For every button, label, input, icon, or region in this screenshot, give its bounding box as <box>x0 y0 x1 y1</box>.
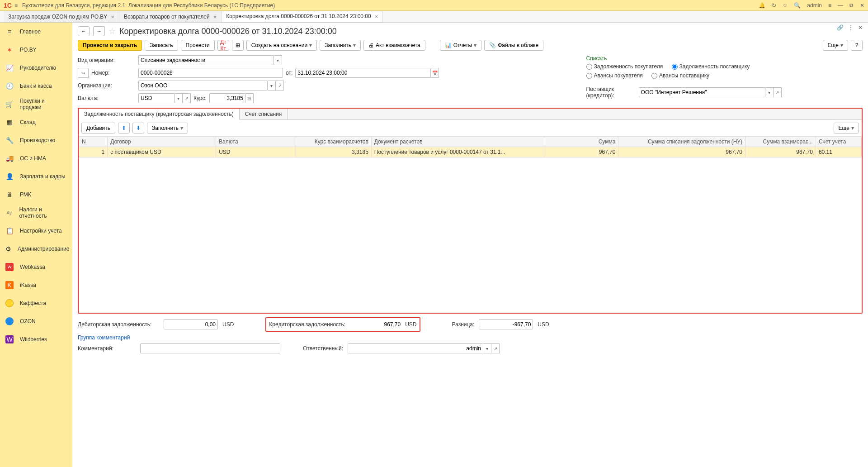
act-button[interactable]: 🖨Акт взаимозачета <box>363 40 425 51</box>
history-icon[interactable]: ↻ <box>772 2 776 9</box>
tab-writeoff-account[interactable]: Счет списания <box>240 109 288 119</box>
dropdown-icon[interactable]: ▾ <box>483 343 491 353</box>
sidebar-item-warehouse[interactable]: ▦Склад <box>0 113 72 131</box>
goto-icon[interactable]: ↪ <box>78 68 89 78</box>
group-comment-link[interactable]: Группа комментарий <box>78 334 130 341</box>
col-n[interactable]: N <box>79 137 108 147</box>
sidebar-item-manager[interactable]: 📈Руководителю <box>0 59 72 77</box>
move-up-button[interactable]: ⬆ <box>118 123 130 133</box>
open-icon[interactable]: ↗ <box>276 81 284 91</box>
radio-advance-buyer[interactable]: Авансы покупателя <box>586 72 643 79</box>
radio-advance-supplier[interactable]: Авансы поставщику <box>651 72 709 79</box>
sidebar-item-bank[interactable]: 🕘Банк и касса <box>0 77 72 95</box>
operation-select[interactable] <box>138 55 274 65</box>
sidebar-item-taxes[interactable]: AyНалоги и отчетность <box>0 204 72 222</box>
sidebar-item-admin[interactable]: ⚙Администрирование <box>0 240 72 258</box>
radio-debt-buyer[interactable]: Задолженность покупателя <box>586 63 663 70</box>
diff-value[interactable] <box>479 319 533 329</box>
rate-input[interactable] <box>209 93 245 103</box>
col-sum[interactable]: Сумма <box>544 137 618 147</box>
link-icon[interactable]: 🔗 <box>837 24 844 31</box>
fill-button[interactable]: Заполнить <box>320 40 361 51</box>
grid-more-button[interactable]: Еще <box>834 123 859 133</box>
post-and-close-button[interactable]: Провести и закрыть <box>78 40 142 51</box>
credit-value[interactable] <box>348 319 402 329</box>
sidebar-item-main[interactable]: ≡Главное <box>0 23 72 41</box>
help-button[interactable]: ? <box>851 40 863 51</box>
dropdown-icon[interactable]: ▾ <box>175 93 183 103</box>
cloud-files-button[interactable]: 📎Файлы в облаке <box>484 40 543 51</box>
move-down-button[interactable]: ⬇ <box>132 123 144 133</box>
sidebar-item-kaffesta[interactable]: Каффеста <box>0 294 72 312</box>
org-select[interactable] <box>138 81 268 91</box>
sidebar-item-hr[interactable]: 👤Зарплата и кадры <box>0 167 72 186</box>
col-sum-vz[interactable]: Сумма взаиморас... <box>745 137 816 147</box>
back-button[interactable]: ← <box>78 26 90 36</box>
tab-ozon-load[interactable]: Загрузка продаж OZON по дням PO.BY × <box>4 11 119 22</box>
hamburger-icon[interactable]: ≡ <box>14 2 18 9</box>
sidebar-item-rmk[interactable]: 🖥РМК <box>0 186 72 204</box>
sidebar-item-production[interactable]: 🔧Производство <box>0 131 72 149</box>
forward-button[interactable]: → <box>93 26 105 36</box>
sidebar-item-ozon[interactable]: OZON <box>0 312 72 330</box>
sidebar-item-sales[interactable]: 🛒Покупки и продажи <box>0 95 72 113</box>
debt-table[interactable]: N Договор Валюта Курс взаиморасчетов Док… <box>79 136 862 157</box>
currency-select[interactable] <box>138 93 175 103</box>
calendar-icon[interactable]: 📅 <box>431 68 439 78</box>
tab-supplier-debt[interactable]: Задолженность поставщику (кредиторская з… <box>79 109 240 120</box>
bell-icon[interactable]: 🔔 <box>759 2 765 9</box>
table-row[interactable]: 1 с поставщиком USD USD 3,3185 Поступлен… <box>79 147 862 157</box>
dropdown-icon[interactable]: ▾ <box>765 87 774 97</box>
sidebar-item-ikassa[interactable]: KiKassa <box>0 276 72 294</box>
dtkt-button[interactable]: ДтКт <box>217 40 229 51</box>
tab-debt-correction[interactable]: Корректировка долга 0000-000026 от 31.10… <box>222 11 383 22</box>
col-currency[interactable]: Валюта <box>216 137 296 147</box>
add-row-button[interactable]: Добавить <box>81 123 115 133</box>
date-input[interactable] <box>295 68 431 78</box>
radio-debt-supplier[interactable]: Задолженность поставщику <box>672 63 750 70</box>
number-input[interactable] <box>138 68 283 78</box>
cell-sum-vz[interactable]: 967,70 <box>745 147 816 157</box>
close-icon[interactable]: × <box>375 13 378 20</box>
star-icon[interactable]: ☆ <box>783 2 788 9</box>
col-sum-nu[interactable]: Сумма списания задолженности (НУ) <box>618 137 745 147</box>
sidebar-item-settings[interactable]: 📋Настройки учета <box>0 222 72 240</box>
structure-button[interactable]: ⊞ <box>232 40 244 51</box>
more-button[interactable]: Еще <box>823 40 848 51</box>
post-button[interactable]: Провести <box>181 40 215 51</box>
dropdown-icon[interactable]: ▾ <box>274 55 282 65</box>
close-icon[interactable]: ✕ <box>860 2 864 9</box>
close-doc-icon[interactable]: ✕ <box>858 24 863 31</box>
user-name[interactable]: admin <box>807 2 822 9</box>
supplier-select[interactable] <box>639 87 765 97</box>
col-rate[interactable]: Курс взаиморасчетов <box>296 137 372 147</box>
create-based-button[interactable]: Создать на основании <box>246 40 317 51</box>
cell-currency[interactable]: USD <box>216 147 296 157</box>
close-icon[interactable]: × <box>213 14 217 20</box>
cell-contract[interactable]: с поставщиком USD <box>108 147 216 157</box>
cell-sum-nu[interactable]: 967,70 <box>618 147 745 157</box>
cell-sum[interactable]: 967,70 <box>544 147 618 157</box>
more-menu-icon[interactable]: ⋮ <box>848 24 854 31</box>
save-button[interactable]: Записать <box>145 40 178 51</box>
sidebar-item-poby[interactable]: ✶PO.BY <box>0 41 72 59</box>
calc-icon[interactable]: ⊟ <box>245 93 254 103</box>
cell-account[interactable]: 60.11 <box>816 147 861 157</box>
sidebar-item-assets[interactable]: 🚚ОС и НМА <box>0 149 72 167</box>
cell-rate[interactable]: 3,3185 <box>296 147 372 157</box>
open-icon[interactable]: ↗ <box>183 93 191 103</box>
tab-returns[interactable]: Возвраты товаров от покупателей × <box>119 11 222 22</box>
comment-input[interactable] <box>140 343 280 353</box>
cell-n[interactable]: 1 <box>79 147 108 157</box>
close-icon[interactable]: × <box>111 14 114 20</box>
sidebar-item-webkassa[interactable]: WWebkassa <box>0 258 72 276</box>
open-icon[interactable]: ↗ <box>774 87 782 97</box>
grid-fill-button[interactable]: Заполнить <box>147 123 188 133</box>
debit-value[interactable] <box>164 319 218 329</box>
open-icon[interactable]: ↗ <box>491 343 500 353</box>
col-contract[interactable]: Договор <box>108 137 216 147</box>
minimize-icon[interactable]: — <box>838 2 843 9</box>
reports-button[interactable]: 📊Отчеты <box>440 40 481 51</box>
col-doc[interactable]: Документ расчетов <box>371 137 544 147</box>
col-account[interactable]: Счет учета <box>816 137 861 147</box>
